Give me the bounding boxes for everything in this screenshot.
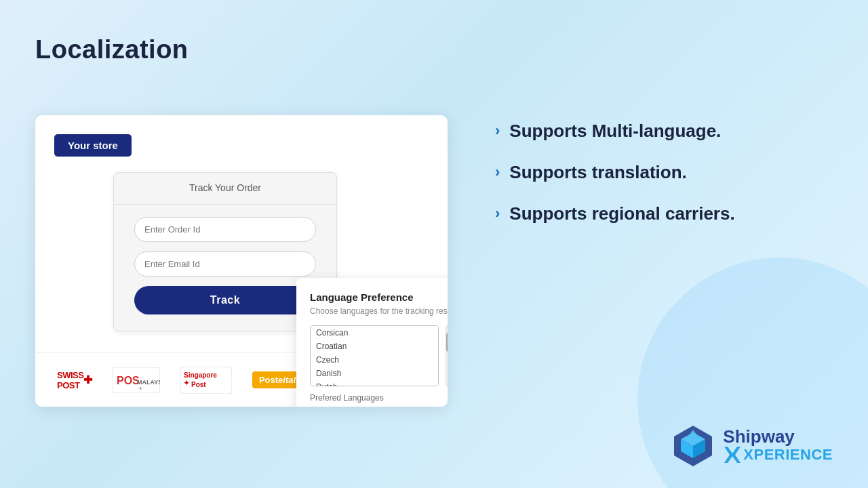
svg-marker-13: [724, 447, 741, 463]
shipway-text: Shipway XPERIENCE: [723, 428, 833, 464]
singapore-post-svg: Singapore Post ✦: [180, 367, 232, 394]
order-id-input[interactable]: [134, 217, 316, 242]
list-item-corsican[interactable]: Corsican: [311, 326, 438, 340]
preferred-languages-label: Prefered Languages: [310, 393, 448, 403]
list-scrollbar[interactable]: [446, 325, 448, 386]
feature-text-1: Supports Multi-language.: [509, 121, 721, 142]
lang-panel-description: Choose languages for the tracking result…: [310, 306, 448, 316]
language-list[interactable]: Corsican Croatian Czech Danish Dutch Eng…: [310, 325, 439, 386]
list-item-dutch[interactable]: Dutch: [311, 380, 438, 386]
language-panel: Language Preference Choose languages for…: [296, 278, 448, 407]
swiss-post-logo: SWISS POST ✚: [52, 367, 98, 394]
svg-text:Post: Post: [191, 381, 206, 388]
feature-text-2: Supports translation.: [509, 162, 686, 183]
lang-dropdown-container: Corsican Croatian Czech Danish Dutch Eng…: [310, 325, 448, 386]
list-item-czech[interactable]: Czech: [311, 353, 438, 367]
feature-item-2: › Supports translation.: [495, 162, 827, 183]
lang-panel-title: Language Preference: [310, 291, 448, 303]
list-item-croatian[interactable]: Croatian: [311, 340, 438, 353]
chevron-right-icon-2: ›: [495, 163, 500, 181]
xperience-x-icon: [723, 445, 742, 464]
chevron-right-icon-3: ›: [495, 205, 500, 222]
list-item-danish[interactable]: Danish: [311, 367, 438, 380]
shipway-logo: Shipway XPERIENCE: [670, 423, 833, 469]
feature-list: › Supports Multi-language. › Supports tr…: [495, 121, 827, 245]
svg-text:✈: ✈: [138, 386, 143, 392]
email-input[interactable]: [134, 251, 316, 277]
track-widget-title: Track Your Order: [114, 173, 336, 205]
shipway-icon-svg: [670, 423, 716, 469]
left-card: Your store Track Your Order Track Langua…: [35, 115, 448, 407]
feature-item-3: › Supports regional carriers.: [495, 203, 827, 224]
shipway-xperience: XPERIENCE: [743, 447, 833, 463]
pos-malaysia-logo: POS MALAYSIA ✈: [107, 367, 165, 394]
track-button[interactable]: Track: [134, 286, 316, 314]
svg-text:MALAYSIA: MALAYSIA: [137, 379, 160, 386]
feature-text-3: Supports regional carriers.: [509, 203, 734, 224]
swiss-cross-icon: ✚: [83, 373, 92, 386]
svg-text:POS: POS: [117, 375, 140, 386]
chevron-right-icon-1: ›: [495, 122, 500, 140]
shipway-name: Shipway: [723, 428, 794, 445]
feature-item-1: › Supports Multi-language.: [495, 121, 827, 142]
singapore-post-logo: Singapore Post ✦: [175, 367, 237, 394]
pos-malaysia-svg: POS MALAYSIA ✈: [113, 367, 160, 393]
page-title: Localization: [35, 35, 189, 64]
scrollbar-thumb: [446, 333, 448, 352]
store-badge: Your store: [54, 134, 132, 157]
svg-text:✦: ✦: [183, 378, 190, 388]
